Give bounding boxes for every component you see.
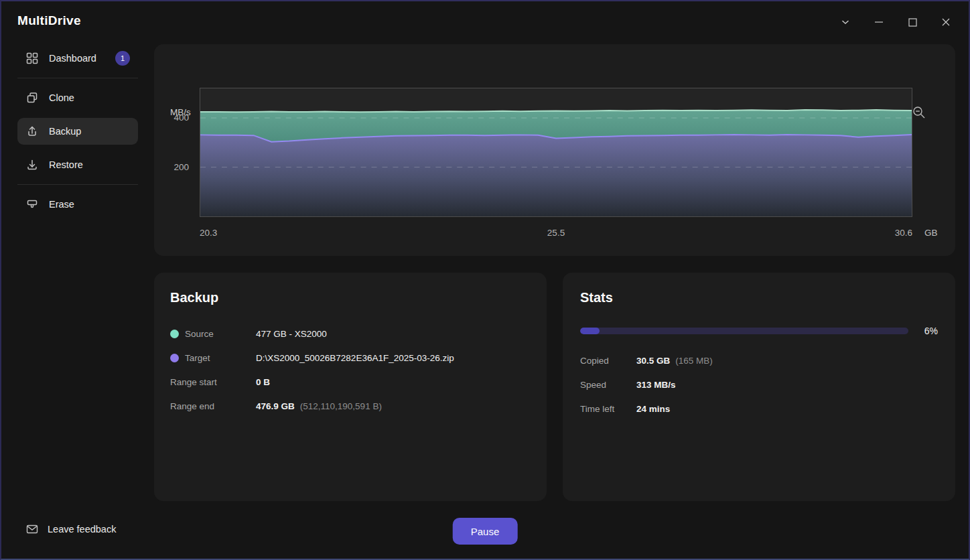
x-tick-label: 30.6 (895, 228, 912, 238)
sidebar-item-label: Restore (49, 159, 130, 170)
series-dot (170, 330, 179, 338)
x-axis-unit-label: GB (924, 228, 938, 238)
speed-chart-card: MB/s 200400 (154, 44, 955, 256)
sidebar-item-label: Backup (49, 126, 130, 137)
x-tick-label: 20.3 (200, 228, 217, 238)
maximize-icon[interactable] (904, 13, 920, 31)
detail-label-group: Range start (170, 377, 256, 387)
sidebar-item-label: Clone (49, 92, 130, 103)
detail-label: Target (185, 353, 210, 363)
detail-row: Speed 313 MB/s (580, 378, 938, 391)
x-tick-label: 25.5 (547, 228, 565, 238)
detail-label: Range end (170, 401, 214, 411)
detail-row: Target D:\XS2000_50026B7282E36A1F_2025-0… (170, 351, 529, 364)
envelope-icon (25, 522, 39, 536)
sidebar-item-restore[interactable]: Restore (17, 151, 138, 178)
window-controls (837, 13, 954, 31)
leave-feedback-label: Leave feedback (48, 524, 116, 535)
minimize-icon[interactable] (871, 13, 887, 31)
detail-label-group: Speed (580, 380, 636, 390)
detail-row: Range start 0 B (170, 375, 529, 389)
grid-icon (25, 52, 39, 65)
x-axis-ticks: 20.325.530.6 (200, 228, 912, 238)
backup-card-title: Backup (170, 290, 529, 305)
collapse-chevron-icon[interactable] (837, 13, 853, 31)
detail-value: 476.9 GB (256, 401, 295, 411)
notification-badge: 1 (115, 51, 130, 66)
download-icon (25, 158, 39, 171)
stats-card: Stats 6% Copied 30.5 GB (165 MB) Speed 3… (563, 273, 955, 501)
sidebar-item-clone[interactable]: Clone (17, 84, 138, 111)
detail-label-group: Copied (580, 356, 636, 366)
detail-value: 24 mins (636, 404, 670, 414)
detail-value: 477 GB - XS2000 (256, 329, 327, 339)
detail-value: 313 MB/s (636, 380, 676, 390)
close-icon[interactable] (938, 13, 954, 31)
detail-label: Source (185, 329, 214, 339)
progress-bar (580, 328, 908, 334)
sidebar-divider (17, 184, 138, 185)
detail-label: Time left (580, 404, 614, 414)
progress-bar-fill (580, 328, 600, 334)
speed-plot-area (200, 88, 912, 217)
sidebar-divider (17, 78, 138, 78)
eraser-icon (25, 198, 39, 211)
detail-label-group: Source (170, 329, 256, 339)
detail-label: Range start (170, 377, 217, 387)
sidebar-item-erase[interactable]: Erase (17, 191, 138, 218)
series-dot (170, 354, 179, 362)
app-brand: MultiDrive (17, 13, 81, 28)
y-tick-label: 400 (174, 113, 189, 123)
detail-label-group: Target (170, 353, 256, 363)
clone-icon (25, 91, 39, 104)
detail-value: 0 B (256, 377, 270, 387)
progress-row: 6% (580, 326, 938, 336)
leave-feedback-button[interactable]: Leave feedback (25, 522, 116, 536)
sidebar-item-label: Erase (49, 199, 130, 210)
detail-label-group: Time left (580, 404, 636, 414)
detail-label: Speed (580, 380, 606, 390)
app-window: MultiDrive Dashboard 1 Clone Backup Rest… (0, 0, 970, 560)
backup-card: Backup Source 477 GB - XS2000 Target D:\… (154, 273, 547, 501)
sidebar-nav: Dashboard 1 Clone Backup Restore Erase (17, 45, 138, 224)
y-axis-ticks: 200400 (154, 88, 194, 217)
sidebar-item-dashboard[interactable]: Dashboard 1 (17, 45, 138, 72)
backup-rows: Source 477 GB - XS2000 Target D:\XS2000_… (170, 327, 529, 413)
pause-button[interactable]: Pause (453, 518, 518, 545)
detail-label-group: Range end (170, 401, 256, 411)
progress-percent-label: 6% (908, 326, 938, 336)
speed-chart-svg (200, 88, 912, 216)
detail-row: Source 477 GB - XS2000 (170, 327, 529, 340)
detail-row: Time left 24 mins (580, 402, 938, 415)
zoom-out-icon[interactable] (910, 103, 928, 122)
detail-label: Copied (580, 356, 609, 366)
stats-rows: Copied 30.5 GB (165 MB) Speed 313 MB/s T… (580, 354, 938, 415)
detail-value: 30.5 GB (636, 356, 670, 366)
detail-row: Copied 30.5 GB (165 MB) (580, 354, 938, 367)
detail-note: (512,110,190,591 B) (300, 401, 382, 411)
sidebar-item-backup[interactable]: Backup (17, 118, 138, 145)
sidebar-item-label: Dashboard (49, 53, 105, 64)
y-tick-label: 200 (174, 162, 189, 172)
detail-row: Range end 476.9 GB (512,110,190,591 B) (170, 399, 529, 413)
detail-value: D:\XS2000_50026B7282E36A1F_2025-03-26.zi… (256, 353, 454, 363)
detail-note: (165 MB) (675, 356, 713, 366)
stats-card-title: Stats (580, 290, 938, 305)
upload-icon (25, 125, 39, 138)
target-series-area (200, 135, 912, 216)
